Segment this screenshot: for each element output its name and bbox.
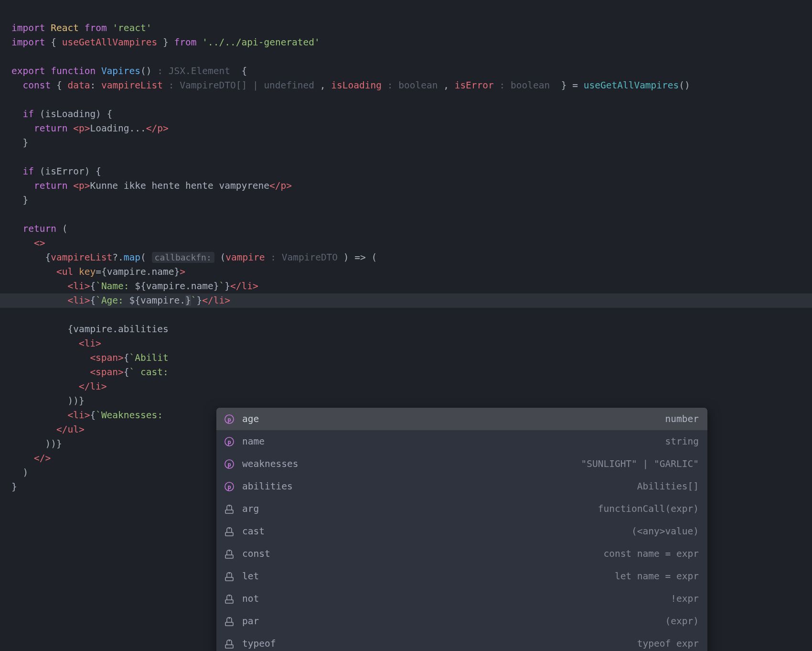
autocomplete-item-not[interactable]: not!expr [216,587,707,610]
code-line [11,209,17,220]
code-line: <li>{`Weaknesses: [11,410,163,421]
autocomplete-type-hint: Abilities[] [637,479,699,494]
template-icon [223,525,235,538]
autocomplete-type-hint: let name = expr [615,569,699,584]
code-line: <span>{` cast: [11,367,169,378]
code-line: } [11,137,28,148]
code-line: </li> [11,381,107,392]
autocomplete-item-name[interactable]: pnamestring [216,430,707,453]
code-line: ))} [11,395,85,406]
code-line: return <p>Loading...</p> [11,123,169,134]
autocomplete-item-cast[interactable]: cast(<any>value) [216,520,707,542]
autocomplete-label: not [242,592,259,606]
autocomplete-label: weaknesses [242,457,298,471]
autocomplete-label: const [242,547,270,561]
svg-rect-8 [225,510,233,513]
inline-param-hint: callbackfn: [152,252,214,263]
svg-rect-18 [225,622,233,626]
svg-text:p: p [227,483,231,490]
code-line: if (isLoading) { [11,108,112,119]
code-line: <li>{`Name: ${vampire.name}`}</li> [11,281,258,292]
code-line: export function Vapires() : JSX.Element … [11,65,247,76]
autocomplete-item-abilities[interactable]: pabilitiesAbilities[] [216,475,707,498]
code-line: <ul key={vampire.name}> [11,266,185,277]
svg-rect-14 [225,577,233,581]
code-line [11,51,17,62]
autocomplete-item-par[interactable]: par(expr) [216,610,707,632]
code-line [11,152,17,163]
property-icon: p [223,458,235,470]
code-line: return <p>Kunne ikke hente hente vampyre… [11,180,292,191]
code-line: } [11,195,28,206]
code-line: if (isError) { [11,166,101,177]
autocomplete-label: par [242,614,259,629]
autocomplete-item-age[interactable]: pagenumber [216,408,707,430]
template-icon [223,638,235,650]
code-line: {vampireList?.map( callbackfn: (vampire … [11,252,377,263]
code-line: </ul> [11,424,85,435]
property-icon: p [223,480,235,493]
template-icon [223,548,235,560]
autocomplete-item-arg[interactable]: argfunctionCall(expr) [216,498,707,520]
code-line: ))} [11,438,62,449]
code-line: const { data: vampireList : VampireDTO[]… [11,80,690,91]
template-icon [223,593,235,605]
svg-rect-10 [225,532,233,536]
autocomplete-label: abilities [242,479,293,494]
autocomplete-type-hint: const name = expr [603,547,699,561]
autocomplete-type-hint: number [665,412,699,426]
code-line: </> [11,453,51,464]
svg-rect-12 [225,555,233,558]
code-line: <> [11,238,45,249]
code-line: <span>{`Abilit [11,352,169,363]
autocomplete-label: let [242,569,259,584]
svg-text:p: p [227,438,231,445]
autocomplete-item-typeof[interactable]: typeoftypeof expr [216,632,707,651]
autocomplete-popup[interactable]: pagenumberpnamestringpweaknesses"SUNLIGH… [216,407,708,651]
svg-text:p: p [227,416,231,423]
code-line: {vampire.abilities [11,324,169,335]
code-line: return ( [11,223,67,234]
code-line: import { useGetAllVampires } from '../..… [11,37,320,48]
autocomplete-type-hint: string [665,434,699,449]
autocomplete-label: typeof [242,637,276,651]
autocomplete-type-hint: (expr) [665,614,699,629]
template-icon [223,570,235,583]
autocomplete-label: age [242,412,259,426]
svg-rect-16 [225,600,233,603]
code-line: } [11,481,17,492]
template-icon [223,615,235,628]
text-cursor: } [185,295,191,306]
autocomplete-type-hint: "SUNLIGHT" | "GARLIC" [581,457,699,471]
svg-text:p: p [227,461,231,467]
svg-rect-20 [225,645,233,648]
autocomplete-type-hint: (<any>value) [631,524,699,539]
code-line-current: <li>{`Age: ${vampire.}`}</li> [0,293,812,308]
autocomplete-item-let[interactable]: letlet name = expr [216,565,707,587]
autocomplete-type-hint: typeof expr [637,637,699,651]
autocomplete-label: name [242,434,265,449]
code-line [11,94,17,105]
code-line: ) [11,467,28,478]
code-line: import React from 'react' [11,22,152,33]
code-line: <li> [11,338,101,349]
template-icon [223,503,235,515]
property-icon: p [223,435,235,448]
autocomplete-item-weaknesses[interactable]: pweaknesses"SUNLIGHT" | "GARLIC" [216,453,707,475]
property-icon: p [223,413,235,425]
autocomplete-type-hint: functionCall(expr) [598,502,699,516]
autocomplete-label: cast [242,524,265,539]
autocomplete-type-hint: !expr [671,592,699,606]
autocomplete-item-const[interactable]: constconst name = expr [216,542,707,565]
autocomplete-label: arg [242,502,259,516]
